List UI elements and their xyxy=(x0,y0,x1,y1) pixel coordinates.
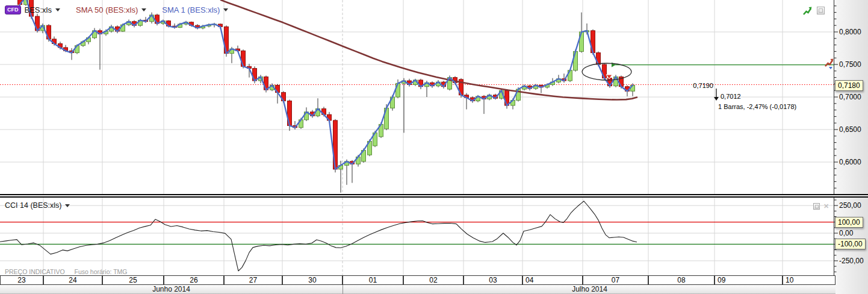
restore-glyph xyxy=(815,205,819,208)
time-axis-day-cell: 27 xyxy=(224,275,282,285)
time-axis-day-cell: 25 xyxy=(102,275,164,285)
sma50-label: SMA 50 (BES:xls) xyxy=(76,5,138,14)
cci-chart[interactable] xyxy=(0,198,834,275)
panel-toggle-button[interactable] xyxy=(817,7,825,14)
time-axis-months: Junho 2014Julho 2014 xyxy=(0,285,835,294)
time-axis-day-cell: 02 xyxy=(403,275,463,285)
time-axis-day-cell: 08 xyxy=(648,275,715,285)
price-chart[interactable] xyxy=(0,0,834,194)
time-axis-day-cell: 07 xyxy=(583,275,648,285)
sma50-selector[interactable]: SMA 50 (BES:xls) xyxy=(76,5,146,14)
current-price-badge: 0,7180 xyxy=(835,80,863,91)
cfd-badge: CFD xyxy=(5,5,21,14)
time-axis-day-cell: 30 xyxy=(282,275,343,285)
cci-selector[interactable]: CCI 14 (BES:xls) xyxy=(5,201,70,210)
instrument-label: BES:xls xyxy=(25,5,52,14)
chevron-down-icon xyxy=(223,8,228,11)
sma1-selector[interactable]: SMA 1 (BES:xls) xyxy=(162,5,228,14)
time-axis-day-cell: 24 xyxy=(43,275,102,285)
time-axis[interactable]: 2324252627300102030407080910 xyxy=(0,275,835,285)
candles xyxy=(18,0,635,193)
level-price-label: 0,7190 xyxy=(674,82,713,89)
price-pane[interactable] xyxy=(0,0,834,194)
chart-app: 0,80000,75000,70000,65000,6000 0,7180 10… xyxy=(0,0,868,294)
sma1-label: SMA 1 (BES:xls) xyxy=(162,5,220,14)
time-axis-month-label: Julho 2014 xyxy=(343,285,836,294)
cci-close-icon[interactable]: ✕ xyxy=(823,203,829,210)
arrow-target-price-label: 0,7012 xyxy=(721,93,741,100)
status-indicative-price: PREÇO INDICATIVO xyxy=(5,268,65,275)
cci-label: CCI 14 (BES:xls) xyxy=(5,201,61,210)
price-axis-label: 0,7500 xyxy=(839,60,861,69)
price-axis-label: 0,6500 xyxy=(839,125,861,134)
price-axis-label: 0,7000 xyxy=(839,93,861,101)
time-axis-day-cell: 01 xyxy=(343,275,403,285)
time-axis-day-cell: 26 xyxy=(164,275,224,285)
instrument-selector[interactable]: BES:xls xyxy=(25,5,61,14)
chevron-down-icon xyxy=(55,8,60,11)
chevron-down-icon xyxy=(65,204,70,207)
cci-pane[interactable] xyxy=(0,198,834,275)
chart-header: CFD BES:xls SMA 50 (BES:xls) SMA 1 (BES:… xyxy=(5,5,244,14)
bar-change-label: 1 Barras, -2,47% (-0,0178) xyxy=(718,103,796,110)
sell-signal-icon[interactable] xyxy=(824,58,835,70)
status-bar: PREÇO INDICATIVO Fuso horário: TMG xyxy=(5,268,128,275)
cci-axis-label: 0,00 xyxy=(839,229,853,237)
time-axis-day-cell: 03 xyxy=(463,275,522,285)
time-axis-month-label: Junho 2014 xyxy=(0,285,343,294)
time-axis-day-cell: 23 xyxy=(0,275,43,285)
up-trend-icon[interactable] xyxy=(802,6,813,16)
panel-toggle-glyph xyxy=(819,8,823,13)
time-axis-day-cell: 09 xyxy=(715,275,783,285)
cci-line xyxy=(0,201,637,271)
price-axis-label: 0,6000 xyxy=(839,158,861,166)
cci-restore-button[interactable] xyxy=(813,203,820,210)
cci-lower-level-badge: -100,00 xyxy=(835,239,866,249)
status-timezone: Fuso horário: TMG xyxy=(75,268,128,275)
cci-upper-level-badge: 100,00 xyxy=(835,217,863,228)
cci-axis-label: 250,00 xyxy=(839,201,861,210)
price-axis-label: 0,8000 xyxy=(839,28,861,36)
time-axis-day-cell: 10 xyxy=(783,275,835,285)
time-axis-day-cell: 04 xyxy=(522,275,583,285)
chevron-down-icon xyxy=(141,8,146,11)
sma1-line xyxy=(20,0,633,169)
cci-axis-label: -250,00 xyxy=(839,257,864,265)
price-axis-gutter[interactable]: 0,80000,75000,70000,65000,6000 0,7180 10… xyxy=(834,0,868,294)
pane-splitter[interactable] xyxy=(0,194,868,198)
